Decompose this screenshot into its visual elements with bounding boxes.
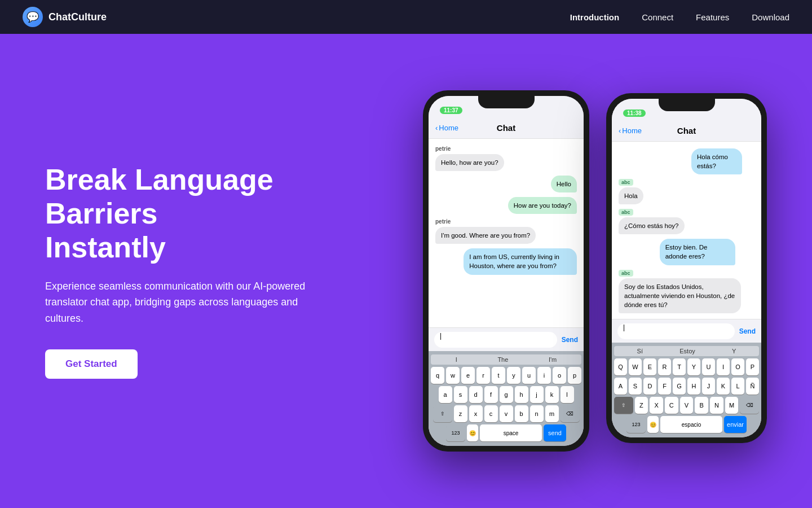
- key-shift[interactable]: ⇧: [433, 405, 452, 422]
- key-123[interactable]: 123: [446, 424, 465, 441]
- phone-2-back[interactable]: ‹ Home: [619, 126, 642, 135]
- key2-i[interactable]: I: [717, 358, 730, 375]
- phone-2-keyboard: Sí Estoy Y Q W E R T Y U I O P: [612, 343, 761, 437]
- key-z[interactable]: z: [454, 405, 467, 422]
- phone-2-inner: 11:38 ‹ Home Chat Hola cómo estás?: [612, 99, 761, 437]
- key-d[interactable]: d: [469, 386, 483, 403]
- phone-1-keyboard: I The I'm q w e r t y u i o p: [429, 351, 584, 446]
- key2-d[interactable]: D: [643, 378, 656, 395]
- key2-r[interactable]: R: [658, 358, 671, 375]
- get-started-button[interactable]: Get Started: [45, 349, 138, 379]
- key2-o[interactable]: O: [731, 358, 744, 375]
- key-n[interactable]: n: [530, 405, 544, 422]
- key-s[interactable]: s: [454, 386, 467, 403]
- key-send[interactable]: send: [544, 424, 566, 441]
- key-b[interactable]: b: [515, 405, 528, 422]
- key2-v[interactable]: V: [680, 397, 694, 414]
- key-c[interactable]: c: [484, 405, 498, 422]
- msg-bubble-4: I'm good. Where are you from?: [435, 227, 536, 244]
- key-t[interactable]: t: [492, 367, 505, 384]
- key-r[interactable]: r: [476, 367, 490, 384]
- key2-x[interactable]: X: [650, 397, 663, 414]
- key-space[interactable]: space: [480, 424, 542, 441]
- phone-2-message-input[interactable]: |: [617, 323, 735, 339]
- msg-group-2: petrie I'm good. Where are you from?: [435, 218, 577, 244]
- brand-icon: 💬: [23, 7, 43, 27]
- key-p[interactable]: p: [568, 367, 581, 384]
- key2-space[interactable]: espacio: [660, 416, 722, 433]
- kb2-row-3: ⇧ Z X C V B N M ⌫: [614, 397, 759, 414]
- key2-l[interactable]: L: [731, 378, 744, 395]
- msg-bubble-5: I am from US, currently living in Housto…: [464, 248, 577, 274]
- key2-a[interactable]: A: [614, 378, 627, 395]
- key2-j[interactable]: J: [702, 378, 715, 395]
- key2-k[interactable]: K: [717, 378, 730, 395]
- key2-w[interactable]: W: [629, 358, 642, 375]
- key-a[interactable]: a: [439, 386, 452, 403]
- key2-f[interactable]: F: [658, 378, 671, 395]
- key2-h[interactable]: H: [687, 378, 700, 395]
- key-x[interactable]: x: [469, 405, 483, 422]
- key-q[interactable]: q: [431, 367, 444, 384]
- key-y[interactable]: y: [507, 367, 520, 384]
- key-u[interactable]: u: [522, 367, 536, 384]
- phone-2-input-area: | Send: [612, 319, 761, 343]
- phone-1-message-input[interactable]: |: [434, 332, 557, 348]
- phone-2-kb-suggestions: Sí Estoy Y: [614, 346, 759, 356]
- phone-1-back[interactable]: ‹ Home: [435, 124, 458, 132]
- phone-1-inner: 11:37 ‹ Home Chat petrie Hello, how are …: [429, 96, 584, 446]
- key2-p[interactable]: P: [746, 358, 759, 375]
- key2-b[interactable]: B: [695, 397, 708, 414]
- key2-y[interactable]: Y: [687, 358, 700, 375]
- brand: 💬 ChatCulture: [23, 7, 107, 27]
- key2-c[interactable]: C: [665, 397, 678, 414]
- phone-2-time: 11:38: [623, 110, 646, 117]
- key2-q[interactable]: Q: [614, 358, 627, 375]
- phone-1-kb-suggestions: I The I'm: [431, 354, 581, 365]
- kb2-row-2: A S D F G H J K L Ñ: [614, 378, 759, 395]
- key2-n-tilde[interactable]: Ñ: [746, 378, 759, 395]
- key-delete[interactable]: ⌫: [561, 405, 580, 422]
- key-emoji[interactable]: 😊: [467, 424, 478, 441]
- key-h[interactable]: h: [515, 386, 528, 403]
- key-l[interactable]: l: [561, 386, 574, 403]
- key-k[interactable]: k: [545, 386, 559, 403]
- key-m[interactable]: m: [545, 405, 559, 422]
- key2-emoji[interactable]: 😊: [647, 416, 659, 433]
- nav-download[interactable]: Download: [752, 12, 789, 22]
- key2-g[interactable]: G: [673, 378, 686, 395]
- phone-2-send-button[interactable]: Send: [739, 327, 756, 335]
- key-v[interactable]: v: [500, 405, 513, 422]
- phone-1-input-area: | Send: [429, 327, 584, 351]
- key2-m[interactable]: M: [725, 397, 739, 414]
- key-g[interactable]: g: [500, 386, 513, 403]
- key2-s[interactable]: S: [629, 378, 642, 395]
- abc-label-3: abc: [619, 270, 633, 277]
- key2-e[interactable]: E: [643, 358, 656, 375]
- nav-links: Introduction Connect Features Download: [570, 12, 789, 22]
- phone-1-nav: ‹ Home Chat: [429, 117, 584, 139]
- phone-1-send-button[interactable]: Send: [562, 336, 578, 344]
- key-e[interactable]: e: [461, 367, 475, 384]
- key2-u[interactable]: U: [702, 358, 715, 375]
- key2-123[interactable]: 123: [626, 416, 646, 433]
- key-o[interactable]: o: [553, 367, 566, 384]
- key-i[interactable]: i: [537, 367, 551, 384]
- key2-send[interactable]: enviar: [724, 416, 747, 433]
- key2-n[interactable]: N: [710, 397, 723, 414]
- hero-headline: Break Language Barriers Instantly: [45, 163, 327, 264]
- msg-bubble-2: Hello: [551, 176, 577, 192]
- nav-connect[interactable]: Connect: [642, 12, 673, 22]
- key-w[interactable]: w: [446, 367, 460, 384]
- key2-t[interactable]: T: [673, 358, 686, 375]
- key2-delete[interactable]: ⌫: [740, 397, 759, 414]
- key-f[interactable]: f: [484, 386, 498, 403]
- msg-group-1: petrie Hello, how are you?: [435, 146, 577, 171]
- key2-z[interactable]: Z: [635, 397, 648, 414]
- msg-p2-3: ¿Cómo estás hoy?: [619, 217, 685, 234]
- key-j[interactable]: j: [530, 386, 544, 403]
- nav-introduction[interactable]: Introduction: [570, 12, 619, 22]
- key2-shift[interactable]: ⇧: [614, 397, 633, 414]
- msg-p2-4: Estoy bien. De adonde eres?: [660, 239, 736, 265]
- nav-features[interactable]: Features: [696, 12, 729, 22]
